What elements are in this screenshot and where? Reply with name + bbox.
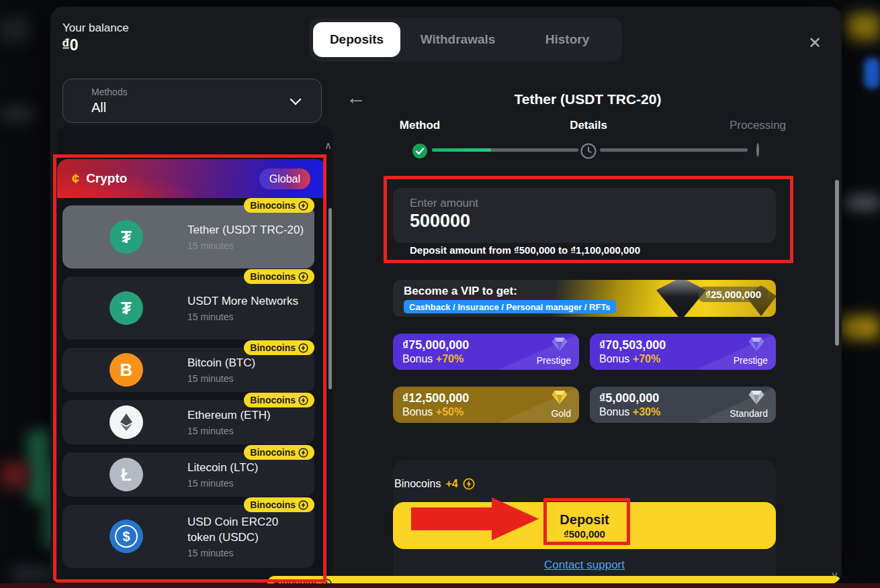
binocoins-badge: Binocoins: [244, 393, 314, 407]
chevron-down-icon: [290, 94, 302, 105]
vip-banner-title: Become a VIP to get:: [404, 285, 517, 298]
bonus-card-standard[interactable]: ₫5,000,000 Bonus +30% Standard: [590, 387, 776, 423]
lightning-coin-icon: [298, 395, 308, 405]
tether-icon: ₮: [109, 220, 143, 254]
step-method-label: Method: [400, 119, 440, 132]
methods-select[interactable]: Methods All: [62, 79, 322, 123]
gem-icon-gold: [551, 390, 568, 407]
vip-banner[interactable]: Become a VIP to get: Cashback / Insuranc…: [393, 280, 776, 317]
crypto-section-title: Crypto: [86, 171, 127, 186]
cashier-modal: Your balance ₫0 Deposits Withdrawals His…: [50, 7, 842, 584]
bonus-label: Bonus: [402, 353, 433, 364]
bonus-amount: ₫75,000,000: [402, 338, 469, 352]
method-eta: 15 minutes: [187, 478, 308, 489]
binocoins-badge: Binocoins: [244, 198, 314, 213]
tab-withdrawals[interactable]: Withdrawals: [403, 32, 513, 47]
step-pending-circle-icon: [756, 144, 759, 156]
step-done-check-icon: [412, 143, 428, 162]
method-name: Litecoin (LTC): [187, 460, 308, 476]
usdc-icon: $: [109, 520, 143, 553]
bonus-tier: Prestige: [537, 355, 571, 366]
selected-method-title: Tether (USDT TRC-20): [326, 91, 842, 107]
method-item-usdt-more[interactable]: Binocoins ₮ USDT More Networks15 minutes: [62, 277, 314, 340]
bonus-tier: Prestige: [734, 355, 768, 366]
lightning-coin-icon: [298, 500, 308, 510]
crypto-section-header: ¢ Crypto Global: [57, 159, 326, 198]
amount-input[interactable]: Enter amount 500000: [393, 188, 776, 243]
deposit-footer-panel: Binocoins +4 Deposit ₫500,000 Contact su…: [393, 460, 776, 584]
method-eta: 15 minutes: [187, 240, 308, 251]
balance-label: Your balance: [62, 21, 129, 35]
methods-select-label: Methods: [91, 87, 128, 97]
background-blur-shape: [0, 17, 30, 42]
bonus-card-prestige-2[interactable]: ₫70,503,000 Bonus +70% Prestige: [590, 334, 776, 370]
method-name: Bitcoin (BTC): [187, 356, 308, 371]
binocoins-badge: Binocoins: [244, 269, 314, 284]
vip-banner-perks: Cashback / Insurance / Personal manager …: [404, 300, 616, 313]
contact-support-link[interactable]: Contact support: [393, 558, 776, 572]
tab-deposits[interactable]: Deposits: [313, 22, 400, 57]
bonus-value: +30%: [633, 406, 660, 418]
method-eta: 15 minutes: [187, 547, 308, 558]
bitcoin-icon: B: [109, 353, 143, 387]
bonus-amount: ₫12,500,000: [402, 391, 469, 405]
step-current-clock-icon: [580, 143, 597, 162]
crypto-coin-icon: ¢: [72, 171, 79, 187]
bonus-value: +70%: [436, 353, 464, 364]
binocoins-label: Binocoins: [394, 478, 441, 490]
stepper-line-progress: [432, 148, 491, 152]
deposit-button[interactable]: Deposit ₫500,000: [393, 502, 776, 549]
stepper-line: [600, 148, 748, 152]
method-name: USD Coin ERC20 token (USDC): [187, 515, 308, 546]
lightning-coin-icon: [298, 343, 308, 353]
bonus-label: Bonus: [402, 406, 433, 418]
binocoins-badge: Binocoins: [244, 340, 314, 355]
method-item-bitcoin[interactable]: Binocoins B Bitcoin (BTC)15 minutes: [62, 348, 314, 392]
deposit-button-label: Deposit: [560, 512, 609, 528]
bonus-amount: ₫5,000,000: [599, 391, 659, 405]
binocoins-badge: Binocoins: [244, 445, 314, 460]
modal-scrollbar[interactable]: [835, 180, 839, 346]
balance-value: ₫0: [62, 36, 79, 54]
bonus-card-prestige-1[interactable]: ₫75,000,000 Bonus +70% Prestige: [393, 334, 579, 370]
background-blur-shape: [844, 196, 880, 209]
bonus-tier: Gold: [551, 408, 571, 419]
tether-icon: ₮: [109, 291, 143, 325]
method-item-ethereum[interactable]: Binocoins Ethereum (ETH)15 minutes: [62, 400, 314, 444]
amount-helper-text: Deposit amount from ₫500,000 to ₫1,100,0…: [410, 244, 640, 256]
bonus-label: Bonus: [599, 353, 629, 364]
background-blur-shape: [846, 13, 880, 40]
method-item-usdc[interactable]: Binocoins $ USD Coin ERC20 token (USDC)1…: [62, 505, 314, 568]
methods-select-value: All: [91, 100, 106, 115]
binocoins-summary: Binocoins +4: [394, 478, 475, 490]
cashier-tabs: Deposits Withdrawals History: [309, 17, 622, 62]
tab-history[interactable]: History: [513, 32, 622, 47]
vip-banner-amount: ₫25,000,000: [699, 287, 768, 302]
method-item-tether-trc20[interactable]: Binocoins ₮ Tether (USDT TRC-20)15 minut…: [62, 205, 314, 268]
binocoins-badge: Binocoins: [244, 497, 314, 512]
binocoins-value: +4: [445, 478, 457, 490]
method-name: Ethereum (ETH): [187, 408, 308, 424]
step-processing-label: Processing: [730, 119, 786, 132]
method-name: USDT More Networks: [187, 294, 308, 309]
background-blur-shape: [840, 315, 880, 340]
deposit-stepper: Method Details Processing: [393, 119, 776, 166]
background-bottom-strip: [0, 583, 880, 588]
bonus-amount: ₫70,503,000: [599, 338, 666, 352]
list-scrollbar[interactable]: [328, 208, 332, 389]
global-badge: Global: [259, 168, 310, 189]
step-details-label: Details: [570, 119, 607, 132]
lightning-coin-icon: [298, 448, 308, 458]
gem-icon-prestige: [551, 337, 568, 354]
amount-value: 500000: [410, 211, 470, 232]
method-eta: 15 minutes: [187, 373, 308, 384]
ethereum-icon: [109, 405, 143, 439]
lightning-coin-icon: [463, 478, 475, 490]
close-icon[interactable]: ✕: [804, 32, 826, 54]
gem-icon-standard: [748, 390, 765, 407]
bonus-tier: Standard: [730, 408, 768, 419]
method-item-litecoin[interactable]: Binocoins Ł Litecoin (LTC)15 minutes: [62, 452, 314, 497]
method-name: Tether (USDT TRC-20): [187, 223, 308, 238]
bonus-card-gold[interactable]: ₫12,500,000 Bonus +50% Gold: [393, 387, 579, 423]
gem-icon-prestige: [748, 337, 765, 354]
